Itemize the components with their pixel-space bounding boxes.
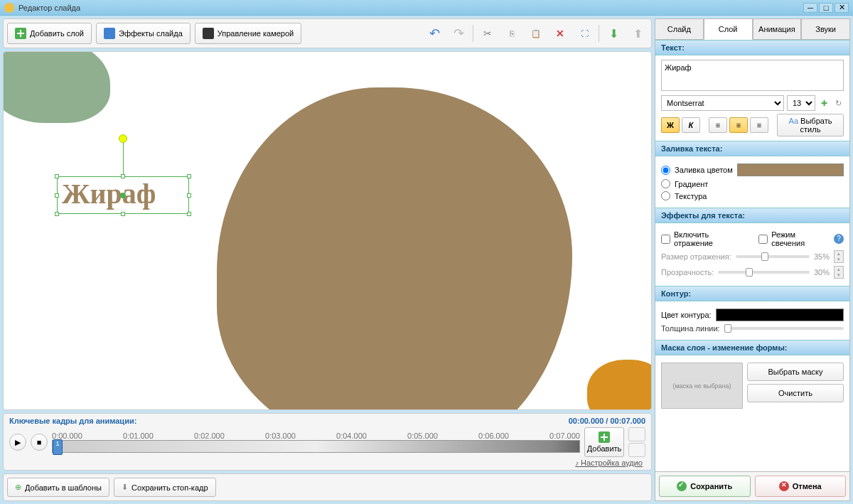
keyframe-marker[interactable]: 1 [53,439,63,455]
camera-button[interactable]: Управление камерой [195,23,301,44]
cut-button[interactable]: ✂ [478,23,498,43]
play-button[interactable]: ▶ [9,434,26,451]
save-still-label: Сохранить стоп-кадр [132,483,208,492]
tab-layer[interactable]: Слой [704,18,753,40]
slide-effects-label: Эффекты слайда [119,29,183,38]
add-layer-button[interactable]: Добавить слой [7,23,92,44]
arrow-up-icon: ⬆ [633,27,643,41]
text-section-header: Текст: [655,40,849,55]
minimize-button[interactable]: ─ [803,3,817,13]
timeline-track[interactable]: 0:00.0000:01.0000:02.0000:03.0000:04.000… [52,431,580,453]
shape-brown-blob[interactable] [217,87,572,410]
font-size-select[interactable]: 13 [787,95,815,111]
resize-handle[interactable] [55,212,59,216]
reflection-size-slider[interactable] [736,255,810,258]
glow-checkbox[interactable] [758,235,768,244]
text-content-input[interactable]: Жираф [661,60,844,91]
cancel-button[interactable]: Отмена [755,476,847,497]
reflection-checkbox[interactable] [661,235,670,244]
slide-effects-button[interactable]: Эффекты слайда [96,23,191,44]
tab-sounds[interactable]: Звуки [801,18,850,39]
fill-texture-radio[interactable] [661,191,670,200]
align-left-button[interactable]: ≡ [709,117,727,133]
transparency-slider[interactable] [718,271,810,274]
transparency-spinner[interactable]: ▴▾ [834,266,844,279]
cut-icon: ✂ [483,28,492,39]
font-family-select[interactable]: Montserrat [661,95,784,111]
fill-gradient-radio[interactable] [661,179,670,188]
paste-button[interactable]: 📋 [526,23,546,43]
timeline-ticks: 0:00.0000:01.0000:02.0000:03.0000:04.000… [52,431,580,440]
save-still-button[interactable]: ⬇ Сохранить стоп-кадр [114,478,216,497]
copy-button[interactable]: ⎘ [502,23,522,43]
effects-section-header: Эффекты для текста: [655,208,849,223]
resize-handle[interactable] [187,174,191,178]
layer-up-button[interactable]: ⬆ [628,23,648,43]
cancel-label: Отмена [793,482,822,490]
choose-mask-button[interactable]: Выбрать маску [747,363,844,381]
tab-slide[interactable]: Слайд [655,18,704,39]
plus-icon [599,431,610,443]
audio-settings-link[interactable]: ♪ Настройка аудио [9,459,645,467]
add-layer-label: Добавить слой [30,29,84,38]
add-to-templates-button[interactable]: ⊕ Добавить в шаблоны [7,478,109,497]
add-font-icon[interactable]: ✚ [818,97,830,109]
contour-color-swatch[interactable] [716,309,844,321]
delete-button[interactable]: ✕ [550,23,570,43]
reflection-size-value: 35% [814,252,830,261]
timeline-title: Ключевые кадры для анимации: [9,417,136,425]
undo-icon: ↶ [429,26,440,41]
reflection-size-label: Размер отражения: [661,252,731,261]
clear-mask-button[interactable]: Очистить [747,384,844,402]
resize-handle[interactable] [55,193,59,198]
pivot-handle[interactable] [120,193,126,198]
maximize-button[interactable]: □ [819,3,833,13]
mask-preview: (маска не выбрана) [661,363,743,409]
fit-button[interactable]: ⛶ [574,23,594,43]
mask-section-header: Маска слоя - изменение формы: [655,340,849,355]
reset-font-icon[interactable]: ↻ [832,97,844,109]
bottom-toolbar: ⊕ Добавить в шаблоны ⬇ Сохранить стоп-ка… [3,473,652,501]
redo-button[interactable]: ↷ [449,23,468,43]
reflection-size-spinner[interactable]: ▴▾ [834,250,844,263]
bold-button[interactable]: Ж [661,117,680,133]
puzzle-icon [104,28,115,39]
delete-icon: ✕ [556,28,564,39]
fill-color-label: Заливка цветом [675,166,733,174]
contour-thickness-slider[interactable] [724,327,844,330]
align-center-button[interactable]: ≡ [729,117,748,133]
stop-button[interactable]: ■ [31,434,48,451]
canvas[interactable]: Жираф [3,51,652,410]
resize-handle[interactable] [121,174,125,178]
resize-handle[interactable] [187,212,191,216]
transparency-label: Прозрачность: [661,268,714,277]
save-button[interactable]: Сохранить [659,476,751,497]
shape-orange-blob[interactable] [587,360,652,410]
choose-style-button[interactable]: Aa Выбрать стиль [777,114,844,136]
add-keyframe-button[interactable]: Добавить [584,427,624,457]
add-template-label: Добавить в шаблоны [25,483,102,492]
resize-handle[interactable] [187,193,191,198]
redo-icon: ↷ [454,26,464,41]
property-tabs: Слайд Слой Анимация Звуки [655,18,850,40]
rotation-handle[interactable] [119,134,127,143]
italic-button[interactable]: К [682,117,700,133]
tab-animation[interactable]: Анимация [753,18,802,39]
help-icon[interactable]: ? [834,234,844,244]
fill-color-swatch[interactable] [737,163,844,176]
resize-handle[interactable] [55,174,59,178]
selected-text-layer[interactable]: Жираф [57,176,189,214]
paste-icon: 📋 [531,29,541,38]
align-right-button[interactable]: ≡ [750,117,768,133]
plus-icon [15,28,26,39]
settings-keyframe-button[interactable] [628,443,645,457]
edit-keyframe-button[interactable] [628,427,645,441]
fill-color-radio[interactable] [661,166,670,175]
undo-button[interactable]: ↶ [424,23,444,43]
shape-green-blob[interactable] [3,51,110,123]
close-button[interactable]: ✕ [835,3,849,13]
timeline-panel: Ключевые кадры для анимации: 00:00.000 /… [3,413,652,471]
resize-handle[interactable] [121,212,125,216]
add-keyframe-label: Добавить [587,444,622,453]
layer-down-button[interactable]: ⬇ [603,23,623,43]
